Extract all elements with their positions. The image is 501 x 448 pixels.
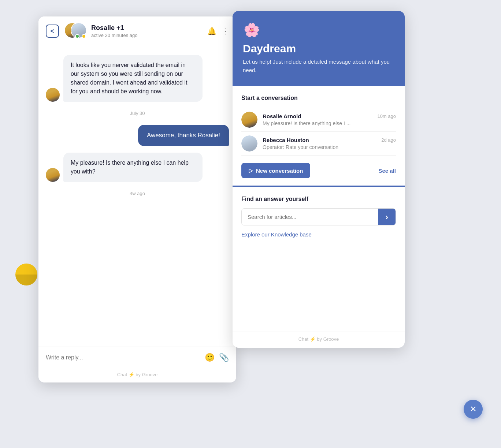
conversations-section: Start a conversation Rosalie Arnold 10m … (233, 86, 405, 187)
avatar-group (64, 22, 86, 40)
new-conv-label: New conversation (256, 168, 303, 174)
conversation-item[interactable]: Rebecca Houston 2d ago Operator: Rate yo… (241, 132, 396, 156)
kb-section: Find an answer yourself › Explore our Kn… (233, 187, 405, 332)
message-bubble: It looks like you nerver validated the e… (63, 55, 203, 102)
section-title: Start a conversation (241, 95, 396, 101)
kb-link[interactable]: Explore our Knowledge base (241, 231, 396, 238)
daydream-logo: 🌸 (243, 21, 260, 39)
conv-time: 2d ago (381, 137, 396, 143)
message-avatar (46, 168, 60, 182)
chat-title: Rosalie +1 (91, 24, 202, 32)
conv-info: Rebecca Houston 2d ago Operator: Rate yo… (263, 137, 396, 150)
decoration-circle (15, 264, 37, 285)
message-item: Awesome, thanks Rosalie! (46, 125, 229, 146)
widget-powered: Chat ⚡ by Groove (233, 332, 405, 348)
date-divider: July 30 (46, 111, 229, 116)
chat-header: < Rosalie +1 active 20 minutes ago 🔔 ⋮ (38, 16, 236, 46)
conv-info: Rosalie Arnold 10m ago My pleasure! Is t… (263, 113, 396, 126)
daydream-subtitle: Let us help! Just include a detailed mes… (243, 58, 394, 74)
daydream-title: Daydream (243, 42, 394, 55)
message-item: My pleasure! Is there anything else I ca… (46, 153, 229, 182)
conv-avatar-rosalie (241, 112, 257, 128)
daydream-body: Start a conversation Rosalie Arnold 10m … (233, 86, 405, 348)
logo-icon: 🌸 (244, 22, 260, 38)
kb-title: Find an answer yourself (241, 196, 396, 202)
date-divider: 4w ago (46, 191, 229, 196)
close-button[interactable]: ✕ (464, 400, 483, 419)
attach-icon[interactable]: 📎 (219, 353, 229, 362)
conversation-item[interactable]: Rosalie Arnold 10m ago My pleasure! Is t… (241, 108, 396, 132)
message-bubble: My pleasure! Is there anything else I ca… (63, 153, 203, 182)
section-actions: ▷ New conversation See all (241, 163, 396, 178)
footer-icons: 🙂 📎 (205, 353, 229, 362)
conv-name: Rebecca Houston (263, 137, 309, 143)
close-icon: ✕ (470, 404, 476, 414)
conv-avatar-rebecca (241, 135, 257, 152)
chat-window: < Rosalie +1 active 20 minutes ago 🔔 ⋮ (38, 16, 236, 382)
message-avatar (46, 88, 60, 102)
bell-icon[interactable]: 🔔 (207, 27, 216, 36)
daydream-widget: 🌸 Daydream Let us help! Just include a d… (233, 11, 405, 348)
conv-preview: Operator: Rate your conversation (263, 144, 396, 150)
chat-powered: Chat ⚡ by Groove (38, 368, 236, 382)
search-row: › (241, 208, 396, 225)
conv-name: Rosalie Arnold (263, 113, 301, 119)
daydream-header: 🌸 Daydream Let us help! Just include a d… (233, 11, 405, 86)
menu-icon[interactable]: ⋮ (222, 27, 229, 36)
search-input[interactable] (242, 209, 378, 225)
emoji-icon[interactable]: 🙂 (205, 353, 215, 362)
conv-header-row: Rebecca Houston 2d ago (263, 137, 396, 143)
new-conversation-button[interactable]: ▷ New conversation (241, 163, 310, 178)
search-arrow-icon: › (385, 212, 388, 222)
header-info: Rosalie +1 active 20 minutes ago (91, 24, 202, 38)
conv-header-row: Rosalie Arnold 10m ago (263, 113, 396, 119)
conv-time: 10m ago (377, 113, 396, 119)
reply-input[interactable] (46, 354, 205, 361)
status-dot-yellow (82, 34, 86, 38)
chat-status: active 20 minutes ago (91, 33, 202, 38)
status-dot-green (75, 34, 79, 38)
search-button[interactable]: › (378, 209, 396, 225)
chat-messages: It looks like you nerver validated the e… (38, 46, 236, 347)
back-button[interactable]: < (46, 25, 59, 38)
chat-footer: 🙂 📎 (38, 347, 236, 368)
message-bubble-right: Awesome, thanks Rosalie! (138, 125, 229, 146)
new-conv-icon: ▷ (249, 167, 253, 174)
header-actions: 🔔 ⋮ (207, 27, 229, 36)
message-item: It looks like you nerver validated the e… (46, 55, 229, 102)
conv-preview: My pleasure! Is there anything else I ..… (263, 120, 396, 126)
see-all-link[interactable]: See all (378, 168, 396, 174)
